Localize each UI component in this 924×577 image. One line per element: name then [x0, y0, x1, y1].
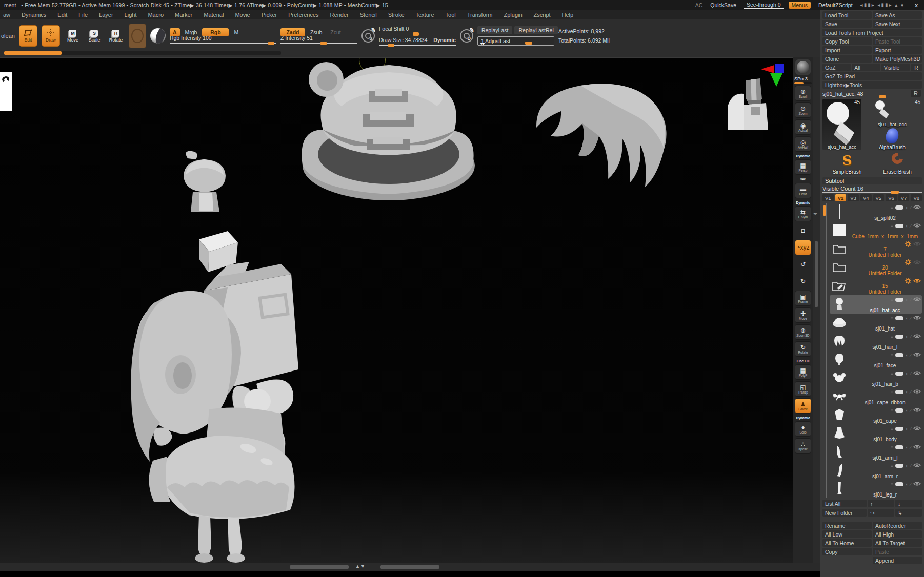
subtool-item-sj01-hat[interactable]: ≡◐⁄sj01_hat — [830, 314, 922, 332]
subtool-item-sj01-body[interactable]: ≡◐⁄sj01_body — [830, 424, 922, 443]
append-button[interactable]: Append — [873, 557, 922, 564]
quicksave-button[interactable]: QuickSave — [708, 2, 739, 9]
eye-icon[interactable] — [913, 334, 921, 340]
all-to-target-button[interactable]: All To Target — [873, 539, 922, 547]
subtool-item-sj01-cape-ribbon[interactable]: ≡◐⁄sj01_cape_ribbon — [830, 387, 922, 406]
subtool-item-sj01-arm-l[interactable]: ≡◐⁄sj01_arm_l — [830, 443, 922, 461]
menu-item-preferences[interactable]: Preferences — [288, 12, 318, 18]
eraser-brush-slot[interactable]: EraserBrush — [873, 153, 922, 175]
shelf-button-persp[interactable]: ▦Persp — [795, 159, 811, 175]
current-material-sphere[interactable] — [150, 28, 166, 44]
menu-item-marker[interactable]: Marker — [175, 12, 192, 18]
all-high-button[interactable]: All High — [873, 530, 922, 538]
list-all-button[interactable]: List All — [822, 500, 867, 507]
shelf-button--[interactable]: ◘ — [795, 223, 811, 238]
paste-button[interactable]: Paste — [873, 548, 922, 555]
eye-icon[interactable] — [913, 352, 921, 358]
eye-icon[interactable] — [913, 223, 921, 229]
visible-count-slider[interactable]: Visible Count 16 — [822, 186, 922, 193]
menu-item-zscript[interactable]: Zscript — [534, 12, 551, 18]
subtool-item-cube-1mm-x-1mm-x-1mm[interactable]: ≡◐⁄Cube_1mm_x_1mm_x_1mm — [830, 221, 922, 240]
eye-icon[interactable] — [913, 297, 921, 303]
adjust-last-slider[interactable]: 1 AdjustLast ◂◂▸ — [477, 36, 554, 46]
menu-item-texture[interactable]: Texture — [416, 12, 434, 18]
paste-tool-button[interactable]: Paste Tool — [873, 37, 922, 45]
menu-item-stencil[interactable]: Stencil — [360, 12, 377, 18]
shelf-button-scroll[interactable]: ⊕Scroll — [795, 86, 811, 101]
active-tool-r-button[interactable]: R — [911, 90, 921, 97]
subtool-tab-v2[interactable]: V2 — [835, 194, 847, 201]
eye-icon[interactable] — [913, 204, 921, 211]
save-button[interactable]: Save — [822, 20, 872, 28]
list-icon[interactable]: ≡ — [891, 482, 893, 487]
shelf-button-ghost[interactable]: ♟Ghost — [795, 398, 811, 414]
menu-item-render[interactable]: Render — [330, 12, 349, 18]
see-through-slider[interactable]: See-through 0 — [744, 1, 784, 9]
menu-item-movie[interactable]: Movie — [235, 12, 250, 18]
m-button[interactable]: M — [231, 28, 242, 36]
subtool-item-untitled-folder[interactable]: 7Untitled Folder — [830, 240, 922, 258]
menu-item-light[interactable]: Light — [125, 12, 137, 18]
save-as-button[interactable]: Save As — [873, 11, 922, 19]
shelf-button-xpose[interactable]: ∴Xpose — [795, 438, 811, 454]
subtool-item-untitled-folder[interactable]: 15Untitled Folder — [830, 277, 922, 295]
current-tool-thumbnail[interactable]: 45 sj01_hat_acc — [822, 99, 861, 150]
import-button[interactable]: Import — [822, 46, 872, 54]
load-tool-button[interactable]: Load Tool — [822, 11, 872, 19]
subtool-tab-v5[interactable]: V5 — [873, 194, 885, 201]
move-button[interactable]: M Move — [64, 25, 82, 47]
list-icon[interactable]: ≡ — [891, 205, 893, 210]
replay-icon[interactable]: ✎D — [460, 29, 473, 43]
axis-y-icon[interactable] — [770, 73, 782, 87]
subtool-item-sj01-face[interactable]: ≡◐⁄sj01_face — [830, 351, 922, 369]
subtool-tab-v3[interactable]: V3 — [848, 194, 859, 201]
list-icon[interactable]: ≡ — [891, 316, 893, 321]
list-icon[interactable]: ≡ — [891, 297, 893, 302]
close-icon[interactable]: x — [910, 2, 920, 8]
menu-item-stroke[interactable]: Stroke — [388, 12, 405, 18]
polypaint-toggle-icon[interactable] — [895, 372, 903, 376]
shelf-button-solo[interactable]: ●Solo — [795, 421, 811, 437]
shelf-button-l-sym[interactable]: ⇆L.Sym — [795, 206, 811, 221]
all-to-home-button[interactable]: All To Home — [822, 539, 872, 547]
copy-button[interactable]: Copy — [822, 548, 872, 555]
menu-item-picker[interactable]: Picker — [262, 12, 277, 18]
export-button[interactable]: Export — [873, 46, 922, 54]
rgb-intensity-slider[interactable]: Rgb Intensity 100 — [170, 38, 276, 44]
subtool-tab-v1[interactable]: V1 — [822, 194, 834, 201]
make-polymesh3d-button[interactable]: Make PolyMesh3D — [873, 55, 922, 63]
menus-button[interactable]: Menus — [789, 2, 811, 9]
eye-icon[interactable] — [913, 444, 921, 450]
axis-z-icon[interactable] — [775, 64, 784, 73]
shelf-button-aahalf[interactable]: ◎AAHalf — [795, 136, 811, 152]
r-button[interactable]: R — [911, 64, 922, 71]
shelf-button-zoom[interactable]: ⊙Zoom — [795, 102, 811, 118]
lightbox-tools-button[interactable]: Lightbox▶Tools — [822, 81, 922, 89]
--button[interactable]: ↪ — [868, 509, 894, 517]
eye-icon[interactable] — [913, 315, 921, 321]
shelf-button--xyz[interactable]: ◔xyz — [795, 240, 811, 255]
polypaint-toggle-icon[interactable] — [895, 316, 903, 320]
scroll-bar-right[interactable] — [380, 565, 439, 569]
menu-item-transform[interactable]: Transform — [467, 12, 493, 18]
document-canvas[interactable] — [0, 57, 793, 563]
list-icon[interactable]: ≡ — [891, 371, 893, 376]
left-tray-edge[interactable] — [0, 72, 12, 111]
shelf-button-transp[interactable]: ◱Transp — [795, 381, 811, 397]
polypaint-toggle-icon[interactable] — [895, 464, 903, 468]
menu-item-layer[interactable]: Layer — [99, 12, 113, 18]
all-button[interactable]: All — [852, 64, 880, 71]
shelf-button--[interactable]: ↺ — [795, 257, 811, 272]
edit-button[interactable]: Edit — [19, 25, 37, 47]
eye-icon[interactable] — [913, 426, 921, 432]
spix-slider[interactable]: SPix 3 — [794, 76, 812, 84]
copy-tool-button[interactable]: Copy Tool — [822, 37, 872, 45]
material-swatch[interactable] — [129, 24, 146, 48]
menu-item-material[interactable]: Material — [204, 12, 224, 18]
scale-button[interactable]: S Scale — [86, 25, 103, 47]
replay-last-button[interactable]: ReplayLast — [477, 26, 513, 34]
list-icon[interactable]: ≡ — [891, 445, 893, 450]
list-icon[interactable]: ≡ — [891, 223, 893, 229]
subtool-tab-v6[interactable]: V6 — [886, 194, 897, 201]
eye-icon[interactable] — [913, 389, 921, 395]
